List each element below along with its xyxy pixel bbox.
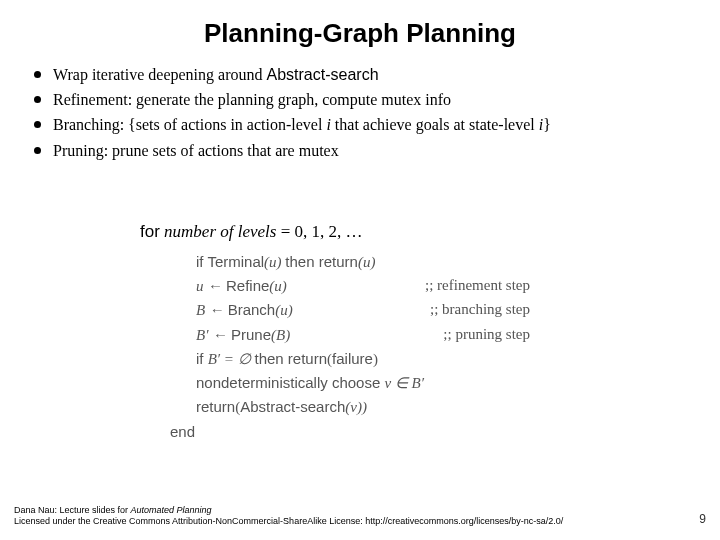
text: }: [543, 116, 551, 133]
bullet-text: Pruning: prune sets of actions that are …: [53, 139, 700, 162]
pseudo-line: nondeterministically choose v ∈ B′: [170, 371, 530, 395]
pseudo-line: if B′ = ∅ then return(failure): [170, 347, 530, 371]
comment: ;; pruning step: [413, 323, 530, 347]
list-item: Refinement: generate the planning graph,…: [34, 88, 700, 111]
bullet-text: Branching: {sets of actions in action-le…: [53, 113, 700, 136]
text: that achieve goals at state-level: [331, 116, 539, 133]
pseudocode-block: if Terminal(u) then return(u) u ← Refine…: [170, 250, 720, 443]
for-loop-line: for number of levels = 0, 1, 2, …: [140, 222, 720, 242]
text-title: Automated Planning: [131, 505, 212, 515]
text: Dana Nau: Lecture slides for: [14, 505, 131, 515]
text: = 0, 1, 2, …: [281, 222, 363, 241]
list-item: Wrap iterative deepening around Abstract…: [34, 63, 700, 86]
pseudo-line: B′ ← Prune(B) ;; pruning step: [170, 323, 530, 347]
bullet-icon: [34, 147, 41, 154]
license-text: Licensed under the Creative Commons Attr…: [14, 516, 687, 528]
pseudo-line: if Terminal(u) then return(u): [170, 250, 530, 274]
text-code: Abstract-search: [266, 66, 378, 83]
keyword: for: [140, 222, 160, 241]
bullet-text: Wrap iterative deepening around Abstract…: [53, 63, 700, 86]
pseudo-line: end: [170, 420, 530, 443]
loop-var: number of levels: [160, 222, 281, 241]
comment: ;; branching step: [400, 298, 530, 322]
list-item: Pruning: prune sets of actions that are …: [34, 139, 700, 162]
text: Wrap iterative deepening around: [53, 66, 266, 83]
bullet-list: Wrap iterative deepening around Abstract…: [0, 63, 720, 162]
bullet-icon: [34, 96, 41, 103]
slide-footer: Dana Nau: Lecture slides for Automated P…: [14, 505, 706, 528]
page-number: 9: [699, 512, 706, 528]
text: Branching: {sets of actions in action-le…: [53, 116, 326, 133]
pseudo-line: u ← Refine(u) ;; refinement step: [170, 274, 530, 298]
comment: ;; refinement step: [395, 274, 530, 298]
footer-text: Dana Nau: Lecture slides for Automated P…: [14, 505, 687, 528]
list-item: Branching: {sets of actions in action-le…: [34, 113, 700, 136]
bullet-icon: [34, 71, 41, 78]
bullet-icon: [34, 121, 41, 128]
bullet-text: Refinement: generate the planning graph,…: [53, 88, 700, 111]
pseudo-line: B ← Branch(u) ;; branching step: [170, 298, 530, 322]
pseudo-line: return(Abstract-search(v)): [170, 395, 530, 419]
slide-title: Planning-Graph Planning: [0, 0, 720, 63]
